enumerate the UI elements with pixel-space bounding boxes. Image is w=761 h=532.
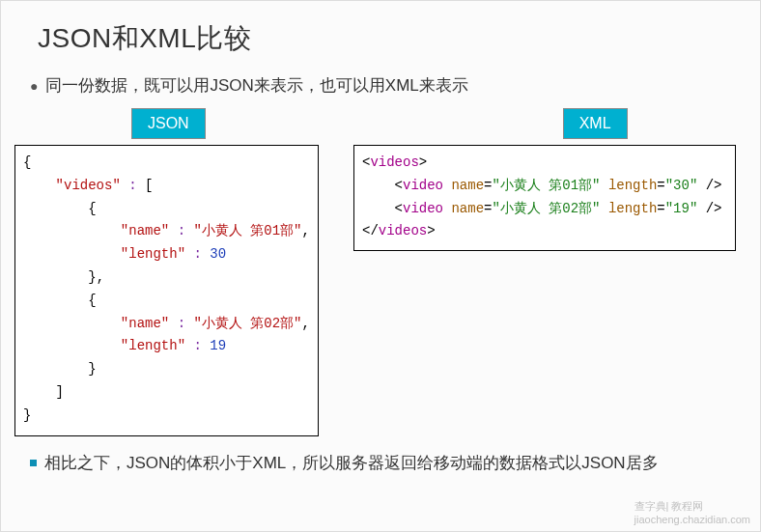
json-key-name-2: "name"	[121, 316, 169, 331]
xml-val-name-2: "小黄人 第02部"	[492, 201, 600, 216]
xml-badge: XML	[563, 108, 628, 139]
watermark-left: 查字典	[634, 500, 666, 512]
xml-close-tag: videos	[379, 223, 427, 238]
xml-item-tag-1: video	[403, 178, 443, 193]
json-key-videos: "videos"	[56, 178, 121, 193]
page-title: JSON和XML比较	[38, 20, 760, 57]
xml-attr-name-2: name	[451, 201, 484, 216]
badge-row: JSON XML	[1, 108, 760, 139]
watermark-right: 教程网	[671, 500, 703, 512]
xml-attr-length-1: length	[608, 178, 657, 193]
xml-open-tag: videos	[370, 154, 418, 170]
json-key-length-2: "length"	[121, 338, 185, 353]
bullet-dot-icon: ●	[30, 79, 38, 93]
json-val-name-2: "小黄人 第02部"	[193, 316, 301, 331]
json-key-length-1: "length"	[121, 246, 185, 262]
xml-item-tag-2: video	[403, 201, 443, 216]
json-key-name-1: "name"	[121, 223, 169, 238]
bullet-text-2: 相比之下，JSON的体积小于XML，所以服务器返回给移动端的数据格式以JSON居…	[44, 452, 659, 474]
json-val-name-1: "小黄人 第01部"	[193, 223, 301, 238]
watermark-divider-icon: |	[666, 500, 669, 512]
json-badge: JSON	[131, 108, 206, 139]
bullet-item-2: 相比之下，JSON的体积小于XML，所以服务器返回给移动端的数据格式以JSON居…	[30, 452, 731, 474]
xml-code-block: <videos> <video name="小黄人 第01部" length="…	[353, 145, 736, 251]
xml-val-length-2: "19"	[665, 201, 698, 216]
code-panels: { "videos" : [ { "name" : "小黄人 第01部", "l…	[1, 145, 760, 436]
xml-val-name-1: "小黄人 第01部"	[492, 178, 600, 193]
json-code-block: { "videos" : [ { "name" : "小黄人 第01部", "l…	[14, 145, 319, 436]
bullet-square-icon	[30, 460, 37, 466]
json-val-length-1: 30	[210, 246, 226, 262]
xml-attr-length-2: length	[608, 201, 657, 216]
xml-attr-name-1: name	[451, 178, 484, 193]
bullet-text-1: 同一份数据，既可以用JSON来表示，也可以用XML来表示	[45, 74, 467, 97]
bullet-item-1: ● 同一份数据，既可以用JSON来表示，也可以用XML来表示	[30, 74, 731, 97]
watermark: 查字典| 教程网 jiaocheng.chazidian.com	[634, 499, 750, 525]
watermark-url: jiaocheng.chazidian.com	[634, 514, 750, 525]
xml-val-length-1: "30"	[665, 178, 698, 193]
json-val-length-2: 19	[210, 338, 226, 353]
